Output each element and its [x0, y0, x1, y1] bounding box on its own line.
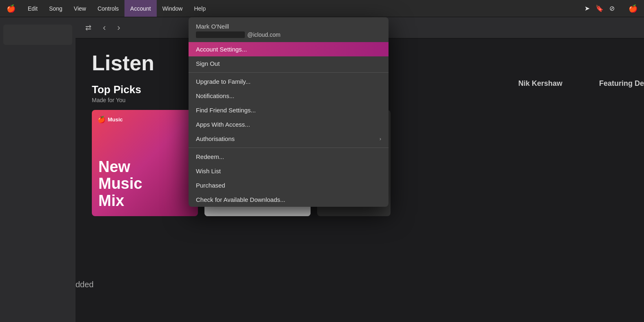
sign-out-item[interactable]: Sign Out: [189, 56, 389, 71]
nik-kershaw-section-label: Nik Kershaw: [518, 79, 562, 88]
recently-added-label: dded: [76, 280, 94, 289]
apple-logo-right: 🍎: [628, 4, 637, 13]
apple-music-logo: 🍎 Music: [98, 116, 123, 123]
menubar-window[interactable]: Window: [157, 0, 189, 17]
email-domain: @icloud.com: [247, 31, 280, 38]
dropdown-divider-2: [189, 148, 389, 148]
sidebar: [0, 17, 76, 322]
dropdown-email-row: @icloud.com: [196, 31, 381, 38]
wifi-icon[interactable]: ⊘: [609, 4, 615, 12]
featuring-section-label: Featuring De: [599, 79, 644, 88]
chevron-right-icon: ›: [380, 136, 381, 142]
account-settings-item[interactable]: Account Settings...: [189, 42, 389, 56]
wish-list-item[interactable]: Wish List: [189, 164, 389, 178]
dropdown-user-section: Mark O'Neill @icloud.com: [189, 17, 389, 42]
find-friend-item[interactable]: Find Friend Settings...: [189, 103, 389, 117]
upgrade-family-item[interactable]: Upgrade to Family...: [189, 74, 389, 89]
menubar-account[interactable]: Account: [124, 0, 157, 17]
back-button[interactable]: ‹: [100, 21, 109, 35]
menubar-edit[interactable]: Edit: [22, 0, 43, 17]
sidebar-placeholder: [3, 25, 72, 45]
location-icon[interactable]: ➤: [584, 4, 590, 12]
menubar-controls[interactable]: Controls: [92, 0, 124, 17]
authorisations-item[interactable]: Authorisations ›: [189, 132, 389, 146]
menubar-right-icons: ➤ 🔖 ⊘ 🍎: [584, 4, 644, 13]
account-dropdown: Mark O'Neill @icloud.com Account Setting…: [189, 17, 389, 207]
apple-icon[interactable]: 🍎: [0, 4, 22, 13]
menubar-song[interactable]: Song: [43, 0, 68, 17]
menubar-view[interactable]: View: [68, 0, 92, 17]
bookmark-icon[interactable]: 🔖: [595, 4, 604, 12]
redeem-item[interactable]: Redeem...: [189, 150, 389, 164]
notifications-item[interactable]: Notifications...: [189, 89, 389, 103]
new-music-mix-title: New Music Mix: [98, 159, 142, 210]
apps-access-item[interactable]: Apps With Access...: [189, 117, 389, 132]
dropdown-divider-1: [189, 72, 389, 73]
authorisations-label: Authorisations: [196, 135, 235, 142]
forward-button[interactable]: ›: [114, 21, 123, 35]
shuffle-button[interactable]: ⇄: [82, 22, 95, 34]
purchased-item[interactable]: Purchased: [189, 178, 389, 192]
menubar-help[interactable]: Help: [188, 0, 211, 17]
menubar: 🍎 Edit Song View Controls Account Window…: [0, 0, 644, 17]
dropdown-user-name: Mark O'Neill: [196, 23, 381, 30]
email-redacted: [196, 31, 245, 38]
new-music-mix-card[interactable]: 🍎 Music New Music Mix: [92, 110, 198, 216]
check-downloads-item[interactable]: Check for Available Downloads...: [189, 192, 389, 207]
